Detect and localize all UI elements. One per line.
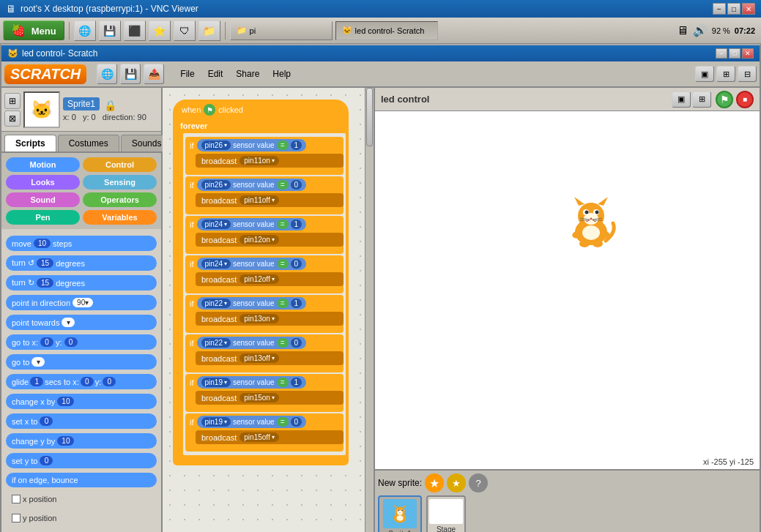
sprite-coords: x: 0 y: 0 direction: 90 [63, 113, 158, 121]
menu-help[interactable]: Help [267, 67, 297, 80]
broadcast-pin11on: broadcast pin11on▾ [196, 154, 344, 168]
cat-variables-btn[interactable]: Variables [83, 210, 157, 225]
stage-view-buttons: ▣ ⊞ [672, 91, 711, 108]
sprite-view-btn-2[interactable]: ⊠ [4, 110, 21, 127]
menu-share[interactable]: Share [230, 67, 265, 80]
add-sprite-paint-button[interactable]: ★ [425, 473, 444, 492]
if-block-6: if pin19▾ sensor value = 1 [185, 374, 344, 412]
cat-pen-btn[interactable]: Pen [6, 210, 80, 225]
block-goto[interactable]: go to ▾ [6, 354, 157, 370]
stage-thumb[interactable]: Stage [426, 495, 466, 532]
block-checkbox-xpos[interactable]: x position [6, 492, 157, 506]
window-titlebar: 🖥 root's X desktop (raspberrypi:1) - VNC… [0, 0, 761, 18]
block-set-x[interactable]: set x to 0 [6, 413, 157, 429]
cat-control-btn[interactable]: Control [83, 157, 157, 172]
taskbar-icon-folder[interactable]: 📁 [198, 20, 220, 41]
block-turn-right[interactable]: turn ↻ 15 degrees [6, 275, 157, 291]
add-sprite-random-button[interactable]: ? [469, 473, 488, 492]
block-point-towards[interactable]: point towards ▾ [6, 315, 157, 330]
sprite-view-btn-1[interactable]: ⊞ [4, 93, 21, 109]
block-set-y[interactable]: set y to 0 [6, 453, 157, 468]
green-flag-button[interactable]: ⚑ [716, 91, 733, 108]
taskbar-separator-2 [225, 22, 226, 40]
broadcast-pin12off: broadcast pin12off▾ [196, 272, 344, 286]
broadcast-pin15off: broadcast pin15off▾ [196, 430, 344, 444]
cat-operators-btn[interactable]: Operators [83, 192, 157, 207]
taskbar-icon-terminal[interactable]: ⬛ [124, 20, 146, 41]
sprite-name-field[interactable]: Sprite1 [63, 97, 100, 110]
condition-pin22-1: pin22▾ sensor value = 1 [197, 297, 307, 310]
stage-view-normal[interactable]: ⊞ [692, 91, 711, 108]
forever-label: forever [173, 119, 349, 133]
checkbox-xpos[interactable] [12, 495, 21, 503]
script-scroll[interactable]: when ⚑ when 🚩 clicked clicked forever [168, 94, 368, 532]
window-controls[interactable]: − □ ✕ [713, 3, 755, 15]
toolbar-save-icon[interactable]: 💾 [120, 64, 141, 84]
block-goto-xy[interactable]: go to x: 0 y: 0 [6, 334, 157, 350]
minimize-button[interactable]: − [713, 3, 726, 15]
close-button[interactable]: ✕ [742, 3, 755, 15]
taskbar-icon-scratch[interactable]: ⭐ [149, 20, 171, 41]
if-block-4: if pin22▾ sensor value = 1 [185, 295, 344, 333]
svg-point-6 [585, 211, 589, 214]
cat-motion-btn[interactable]: Motion [6, 157, 80, 172]
app-window-controls[interactable]: − □ ✕ [716, 48, 754, 59]
stage-small-view-button[interactable]: ▣ [695, 66, 714, 82]
stop-button[interactable]: ■ [736, 91, 754, 108]
cat-looks-btn[interactable]: Looks [6, 175, 80, 190]
tab-costumes[interactable]: Costumes [58, 135, 119, 151]
maximize-button[interactable]: □ [727, 3, 740, 15]
block-palette: move 10 steps turn ↺ 15 degrees turn ↻ 1… [1, 229, 161, 532]
tray-time: 07:22 [735, 26, 755, 35]
center-script-panel: when ⚑ when 🚩 clicked clicked forever [163, 88, 375, 532]
menu-file[interactable]: File [174, 67, 200, 80]
block-move-steps[interactable]: move 10 steps [6, 236, 157, 251]
menu-edit[interactable]: Edit [202, 67, 229, 80]
app-minimize-button[interactable]: − [716, 48, 727, 59]
block-change-x[interactable]: change x by 10 [6, 394, 157, 409]
block-point-direction[interactable]: point in direction 90▾ [6, 295, 157, 310]
block-change-y[interactable]: change y by 10 [6, 433, 157, 449]
stage-normal-view-button[interactable]: ⊞ [716, 66, 735, 82]
taskbar-task-scratch[interactable]: 🐱 led control- Scratch [335, 21, 438, 40]
svg-point-25 [398, 510, 399, 512]
taskbar-icon-shield[interactable]: 🛡 [174, 20, 196, 41]
forever-close [173, 455, 349, 465]
script-area[interactable]: when ⚑ when 🚩 clicked clicked forever [163, 88, 374, 532]
start-menu-button[interactable]: 🍓 Menu [3, 20, 64, 40]
toolbar-upload-icon[interactable]: 📤 [144, 64, 164, 84]
app-maximize-button[interactable]: □ [729, 48, 740, 59]
taskbar-icon-browser[interactable]: 🌐 [74, 20, 96, 41]
tray-battery: 92 % [712, 26, 730, 35]
tab-scripts[interactable]: Scripts [4, 135, 56, 151]
block-turn-left[interactable]: turn ↺ 15 degrees [6, 255, 157, 271]
svg-point-16 [579, 240, 590, 247]
taskbar-task-pi[interactable]: 📁 pi [230, 21, 333, 40]
left-panel: ⊞ ⊠ 🐱 Sprite1 🔒 x: 0 y: 0 direction: [1, 88, 163, 532]
checkbox-ypos[interactable] [12, 514, 21, 522]
condition-pin24-0: pin24▾ sensor value = 0 [197, 258, 307, 270]
block-glide[interactable]: glide 1 secs to x: 0 y: 0 [6, 374, 157, 389]
app-close-button[interactable]: ✕ [742, 48, 754, 59]
lock-icon: 🔒 [104, 100, 116, 111]
toolbar-globe-icon[interactable]: 🌐 [97, 64, 117, 84]
window-title-text: root's X desktop (raspberrypi:1) - VNC V… [21, 4, 198, 14]
stage-large-view-button[interactable]: ⊟ [738, 66, 757, 82]
blocks-container: when ⚑ when 🚩 clicked clicked forever [168, 94, 368, 471]
condition-pin22-0: pin22▾ sensor value = 0 [197, 337, 307, 349]
block-checkbox-ypos[interactable]: y position [6, 511, 157, 525]
if-block-1: if pin26▾ sensor value = 0 [185, 176, 344, 214]
block-edge-bounce[interactable]: if on edge, bounce [6, 473, 157, 487]
task-scratch-label: led control- Scratch [355, 26, 425, 35]
taskbar: 🍓 Menu 🌐 💾 ⬛ ⭐ 🛡 📁 📁 pi 🐱 led control- S… [0, 18, 761, 44]
forever-block: forever if pin26▾ sensor value [173, 119, 349, 455]
cat-sound-btn[interactable]: Sound [6, 192, 80, 207]
app-title-left: 🐱 led control- Scratch [7, 48, 97, 59]
taskbar-icon-file[interactable]: 💾 [99, 20, 121, 41]
tray-volume-icon: 🔊 [693, 23, 708, 37]
cat-sensing-btn[interactable]: Sensing [83, 175, 157, 190]
add-sprite-file-button[interactable]: ★ [447, 473, 466, 492]
stage-view-small[interactable]: ▣ [672, 91, 691, 108]
sprite-thumb-sprite1[interactable]: Sprite1 [378, 495, 422, 532]
window-icon: 🖥 [6, 3, 16, 15]
